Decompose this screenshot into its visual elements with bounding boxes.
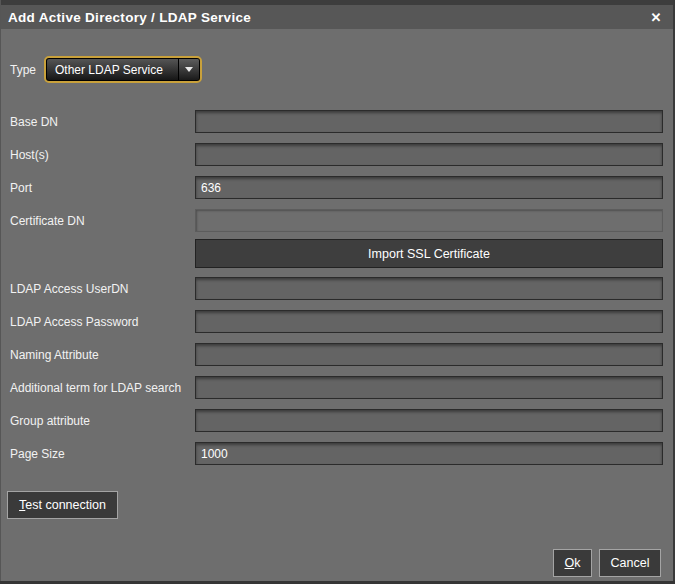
base-dn-input[interactable]	[195, 110, 663, 133]
additional-term-input[interactable]	[195, 376, 663, 399]
type-dropdown[interactable]: Other LDAP Service	[44, 56, 202, 83]
group-attribute-input[interactable]	[195, 409, 663, 432]
ok-label: k	[574, 556, 580, 570]
ok-button[interactable]: Ok	[553, 549, 592, 577]
port-input[interactable]	[195, 176, 663, 199]
type-dropdown-arrow-button[interactable]	[178, 59, 199, 80]
hosts-input[interactable]	[195, 143, 663, 166]
import-ssl-certificate-button[interactable]: Import SSL Certificate	[195, 239, 663, 268]
ldap-access-password-label: LDAP Access Password	[10, 315, 139, 330]
base-dn-label: Base DN	[10, 115, 58, 130]
naming-attribute-label: Naming Attribute	[10, 348, 99, 363]
port-label: Port	[10, 181, 32, 196]
cancel-button[interactable]: Cancel	[599, 549, 661, 577]
group-attribute-label: Group attribute	[10, 414, 90, 429]
page-size-label: Page Size	[10, 447, 65, 462]
type-label: Type	[10, 63, 36, 78]
add-ldap-service-dialog: Add Active Directory / LDAP Service ✕ Ty…	[0, 0, 675, 584]
test-connection-label: est connection	[25, 498, 106, 512]
dialog-border-left	[0, 0, 1, 584]
hosts-label: Host(s)	[10, 148, 49, 163]
naming-attribute-input[interactable]	[195, 343, 663, 366]
type-dropdown-value: Other LDAP Service	[47, 59, 178, 80]
ok-mnemonic: O	[565, 556, 575, 570]
certificate-dn-input	[195, 209, 663, 232]
test-connection-button[interactable]: Test connection	[7, 491, 118, 519]
dialog-titlebar: Add Active Directory / LDAP Service	[1, 5, 673, 29]
page-size-input[interactable]	[195, 442, 663, 465]
ldap-access-userdn-input[interactable]	[195, 277, 663, 300]
ldap-access-password-input[interactable]	[195, 310, 663, 333]
additional-term-label: Additional term for LDAP search	[10, 381, 181, 396]
dialog-title: Add Active Directory / LDAP Service	[1, 10, 251, 25]
certificate-dn-label: Certificate DN	[10, 214, 85, 229]
type-dropdown-inner: Other LDAP Service	[47, 59, 199, 80]
close-icon[interactable]: ✕	[647, 5, 665, 29]
ldap-access-userdn-label: LDAP Access UserDN	[10, 282, 128, 297]
chevron-down-icon	[185, 67, 193, 72]
